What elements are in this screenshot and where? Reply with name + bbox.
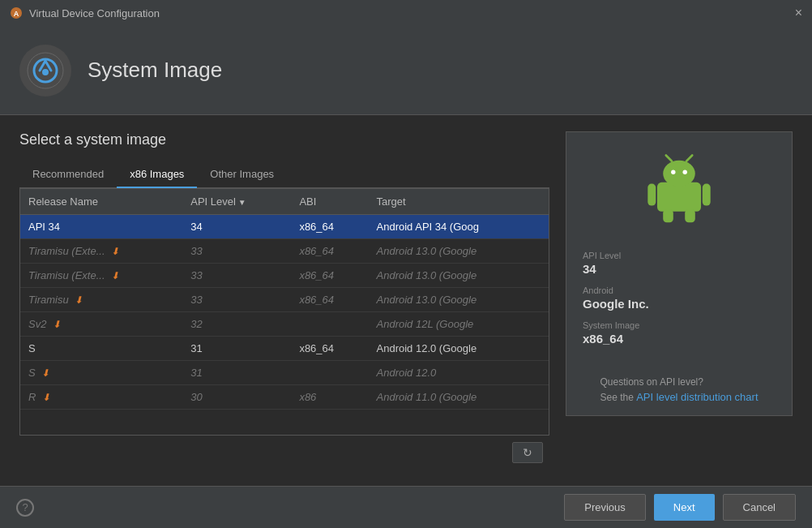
svg-line-9 — [666, 156, 672, 161]
preview-card: API Level 34 Android Google Inc. System … — [566, 131, 793, 416]
cell-abi: x86_64 — [291, 239, 368, 264]
help-button[interactable]: ? — [16, 499, 34, 517]
left-panel: Select a system image Recommended x86 Im… — [19, 131, 549, 470]
cell-target: Android 12.0 (Google — [369, 337, 549, 361]
tab-otherimages[interactable]: Other Images — [197, 161, 287, 188]
cell-target: Android 13.0 (Google — [369, 239, 549, 264]
system-image-label: System Image — [583, 320, 776, 330]
cell-release: Tiramisu (Exte... ⬇ — [20, 264, 182, 288]
table-row[interactable]: Sv2 ⬇32Android 12L (Google — [20, 312, 549, 337]
table-row[interactable]: S ⬇31Android 12.0 — [20, 361, 549, 385]
svg-rect-12 — [703, 184, 711, 206]
footer-left: ? — [16, 499, 34, 517]
android-studio-icon — [26, 51, 65, 90]
tab-bar: Recommended x86 Images Other Images — [19, 161, 549, 188]
cell-abi: x86_64 — [291, 337, 368, 361]
cell-release: Tiramisu (Exte... ⬇ — [20, 239, 182, 264]
table-row[interactable]: Tiramisu (Exte... ⬇33x86_64Android 13.0 … — [20, 239, 549, 264]
android-robot-icon — [643, 152, 716, 225]
cell-abi: x86_64 — [291, 288, 368, 312]
cell-api: 33 — [182, 239, 291, 264]
next-button[interactable]: Next — [654, 494, 715, 521]
download-icon: ⬇ — [39, 367, 49, 379]
cell-release: Sv2 ⬇ — [20, 312, 182, 337]
previous-button[interactable]: Previous — [564, 494, 646, 521]
col-abi: ABI — [291, 189, 368, 215]
system-image-table: Release Name API Level ABI Target API 34… — [19, 188, 549, 436]
cell-abi — [291, 361, 368, 385]
cell-abi: x86 — [291, 385, 368, 410]
tab-x86images[interactable]: x86 Images — [117, 161, 197, 188]
table-row[interactable]: Tiramisu ⬇33x86_64Android 13.0 (Google — [20, 288, 549, 312]
title-bar: A Virtual Device Configuration × — [0, 0, 812, 26]
download-icon: ⬇ — [39, 392, 49, 403]
app-icon: A — [10, 6, 23, 19]
cell-api: 32 — [182, 312, 291, 337]
svg-rect-13 — [663, 209, 673, 222]
device-info: API Level 34 Android Google Inc. System … — [566, 251, 792, 368]
svg-rect-11 — [647, 184, 656, 206]
cell-target: Android 12.0 — [369, 361, 549, 385]
page-header-title: System Image — [88, 58, 222, 83]
cell-abi — [291, 312, 368, 337]
cell-target: Android 11.0 (Google — [369, 385, 549, 410]
see-text: See the — [600, 392, 637, 403]
header: System Image — [0, 26, 812, 115]
cell-api: 31 — [182, 361, 291, 385]
col-api-level[interactable]: API Level — [182, 189, 291, 215]
window-title: Virtual Device Configuration — [29, 7, 160, 19]
api-level-link[interactable]: API level distribution chart — [636, 391, 758, 403]
cell-release: S ⬇ — [20, 361, 182, 385]
api-level-value: 34 — [583, 262, 776, 276]
header-logo — [19, 45, 71, 97]
table-header-row: Release Name API Level ABI Target — [20, 189, 549, 215]
svg-line-10 — [686, 156, 692, 161]
svg-rect-14 — [685, 209, 695, 222]
page-subtitle: Select a system image — [19, 131, 549, 148]
footer: ? Previous Next Cancel — [0, 486, 812, 528]
android-label: Android — [583, 285, 776, 295]
android-value: Google Inc. — [583, 297, 776, 311]
title-bar-left: A Virtual Device Configuration — [10, 6, 160, 19]
cell-target: Android 13.0 (Google — [369, 264, 549, 288]
download-icon: ⬇ — [109, 246, 119, 257]
api-level-label: API Level — [583, 251, 776, 260]
footer-right: Previous Next Cancel — [564, 494, 796, 521]
table-row[interactable]: R ⬇30x86Android 11.0 (Google — [20, 385, 549, 410]
cell-release: S — [20, 337, 182, 361]
api-level-question: Questions on API level? See the API leve… — [588, 368, 771, 415]
svg-text:A: A — [14, 10, 19, 18]
refresh-button[interactable]: ↻ — [512, 442, 543, 463]
table-row[interactable]: API 3434x86_64Android API 34 (Goog — [20, 215, 549, 239]
download-icon: ⬇ — [109, 270, 119, 281]
cell-api: 34 — [182, 215, 291, 239]
cell-abi: x86_64 — [291, 264, 368, 288]
cell-abi: x86_64 — [291, 215, 368, 239]
download-icon: ⬇ — [72, 294, 83, 306]
cell-release: R ⬇ — [20, 385, 182, 410]
cell-target: Android 12L (Google — [369, 312, 549, 337]
cell-api: 33 — [182, 288, 291, 312]
cell-target: Android 13.0 (Google — [369, 288, 549, 312]
refresh-row: ↻ — [19, 436, 549, 470]
tab-recommended[interactable]: Recommended — [19, 161, 117, 188]
table-row[interactable]: Tiramisu (Exte... ⬇33x86_64Android 13.0 … — [20, 264, 549, 288]
android-preview — [566, 132, 792, 251]
col-release-name: Release Name — [20, 189, 182, 215]
cancel-button[interactable]: Cancel — [723, 494, 796, 521]
main-content: Select a system image Recommended x86 Im… — [0, 115, 812, 486]
svg-point-7 — [671, 170, 675, 174]
table-row[interactable]: S31x86_64Android 12.0 (Google — [20, 337, 549, 361]
svg-point-6 — [663, 161, 695, 187]
svg-point-4 — [42, 69, 49, 75]
cell-release: Tiramisu ⬇ — [20, 288, 182, 312]
cell-target: Android API 34 (Goog — [369, 215, 549, 239]
right-panel: API Level 34 Android Google Inc. System … — [566, 131, 793, 470]
cell-api: 30 — [182, 385, 291, 410]
cell-api: 31 — [182, 337, 291, 361]
cell-release: API 34 — [20, 215, 182, 239]
close-button[interactable]: × — [795, 6, 802, 19]
question-text: Questions on API level? — [600, 376, 703, 388]
svg-point-8 — [683, 170, 687, 174]
system-image-value: x86_64 — [583, 332, 776, 346]
